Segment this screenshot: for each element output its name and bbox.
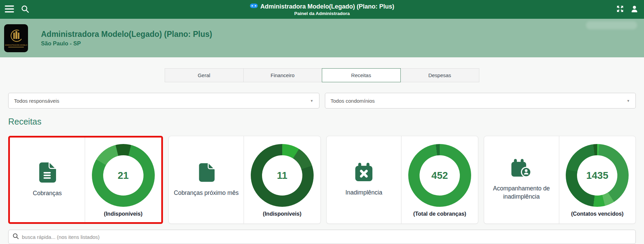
quick-search-input[interactable] — [22, 234, 631, 240]
chevron-down-icon: ▼ — [310, 99, 314, 103]
banner-glow — [586, 21, 637, 29]
donut-chart: 452 — [408, 144, 471, 207]
card-caption: (Indisponíveis) — [263, 211, 301, 217]
header-search-button[interactable] — [21, 5, 29, 14]
search-icon — [13, 233, 19, 241]
user-icon — [630, 5, 639, 14]
card-cobrancas[interactable]: Cobranças 21 (Indisponíveis) — [8, 136, 163, 224]
header-title: Administradora Modelo(Legado) (Plano: Pl… — [260, 3, 394, 10]
card-label: Acompanhamento de inadimplência — [484, 185, 559, 201]
card-caption: (Indisponíveis) — [104, 211, 142, 217]
org-logo-text: ADMINISTRADORA MODELO — [5, 44, 27, 46]
search-icon — [21, 5, 29, 14]
card-label: Cobranças — [33, 189, 62, 198]
app-header: Administradora Modelo(Legado) (Plano: Pl… — [0, 0, 644, 19]
tab-geral[interactable]: Geral — [165, 68, 244, 82]
org-subtitle: São Paulo - SP — [41, 40, 212, 47]
fullscreen-button[interactable] — [616, 5, 624, 14]
filters-row: Todos responsáveis ▼ Todos condomínios ▼ — [8, 93, 636, 109]
responsaveis-select[interactable]: Todos responsáveis ▼ — [8, 93, 319, 109]
org-logo: ADMINISTRADORA MODELO — [4, 24, 28, 52]
chevron-down-icon: ▼ — [627, 99, 630, 103]
donut-value: 11 — [277, 170, 287, 181]
donut-value: 1435 — [586, 170, 608, 181]
tab-geral-label: Geral — [198, 72, 210, 78]
card-label: Cobranças próximo mês — [174, 189, 239, 197]
donut-value: 21 — [118, 170, 128, 181]
card-acompanhamento-inadimplencia[interactable]: Acompanhamento de inadimplência 1435 (Co… — [484, 136, 636, 224]
condominios-select-value: Todos condomínios — [331, 98, 375, 104]
quick-search-bar — [8, 230, 636, 244]
header-subtitle: Painel da Administradora — [250, 11, 394, 16]
header-titles: Administradora Modelo(Legado) (Plano: Pl… — [250, 3, 394, 16]
donut-chart: 1435 — [566, 144, 629, 207]
hamburger-icon — [5, 5, 14, 14]
donut-value: 452 — [431, 170, 448, 181]
calendar-user-icon — [511, 159, 532, 179]
card-label: Inadimplência — [345, 189, 382, 197]
calendar-x-icon — [355, 163, 373, 183]
tab-receitas[interactable]: Receitas — [322, 68, 401, 82]
card-cobrancas-proximo-mes[interactable]: Cobranças próximo mês 11 (Indisponíveis) — [168, 136, 320, 224]
tab-despesas[interactable]: Despesas — [400, 68, 479, 82]
card-caption: (Total de cobranças) — [413, 211, 466, 217]
org-logo-rule — [8, 47, 24, 47]
card-inadimplencia[interactable]: Inadimplência 452 (Total de cobranças) — [326, 136, 478, 224]
tab-financeiro-label: Financeiro — [271, 72, 294, 78]
donut-chart: 11 — [251, 144, 314, 207]
responsaveis-select-value: Todos responsáveis — [14, 98, 59, 104]
tab-despesas-label: Despesas — [428, 72, 451, 78]
org-title: Administradora Modelo(Legado) (Plano: Pl… — [41, 30, 212, 39]
tab-financeiro[interactable]: Financeiro — [243, 68, 322, 82]
user-menu-button[interactable] — [630, 5, 639, 14]
org-logo-emblem — [6, 29, 26, 44]
donut-chart: 21 — [92, 144, 155, 207]
expand-arrows-icon — [616, 5, 624, 14]
condominios-select[interactable]: Todos condomínios ▼ — [325, 93, 636, 109]
tab-receitas-label: Receitas — [351, 72, 371, 78]
dashboard-tabs: Geral Financeiro Receitas Despesas — [0, 68, 644, 82]
section-title: Receitas — [8, 115, 636, 128]
document-icon — [198, 162, 215, 184]
org-banner: ADMINISTRADORA MODELO Administradora Mod… — [0, 19, 644, 57]
cards-row: Cobranças 21 (Indisponíveis) Cobranças p… — [8, 136, 636, 224]
card-caption: (Contatos vencidos) — [571, 211, 624, 217]
document-lines-icon — [38, 162, 56, 184]
gamepad-icon — [250, 3, 258, 10]
menu-button[interactable] — [5, 5, 14, 14]
